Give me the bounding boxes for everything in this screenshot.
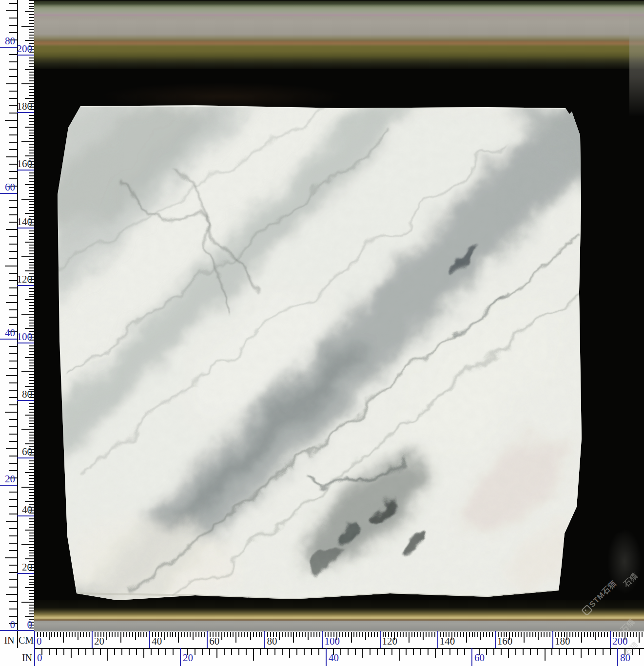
ruler-tick [253, 632, 254, 637]
ruler-tick [9, 142, 17, 143]
ruler-tick [6, 375, 17, 376]
ruler-tick [25, 11, 34, 12]
ruler-tick [29, 262, 34, 263]
ruler-tick [5, 120, 17, 121]
ruler-tick [117, 632, 118, 637]
ruler-tick [29, 75, 34, 76]
ruler-tick [227, 632, 228, 637]
ruler-tick [442, 649, 443, 655]
ruler-tick [29, 38, 34, 38]
ruler-tick [489, 632, 490, 637]
ruler-tick [29, 354, 34, 355]
ruler-tick [288, 632, 289, 637]
ruler-tick [370, 649, 371, 655]
ruler-tick [25, 69, 34, 70]
inch-mark-line [34, 648, 35, 666]
ruler-tick [371, 632, 372, 637]
ruler-tick [29, 360, 34, 361]
vertical-inch-label: 60 [0, 182, 15, 192]
ruler-tick [29, 201, 34, 202]
ruler-tick [247, 632, 248, 637]
ruler-tick [414, 632, 415, 637]
ruler-tick [493, 649, 494, 655]
ruler-tick [9, 419, 17, 420]
ruler-tick [195, 649, 195, 655]
ruler-tick [9, 463, 17, 464]
ruler-tick [107, 649, 108, 661]
ruler-tick [29, 133, 34, 133]
ruler-tick [29, 409, 34, 410]
ruler-tick [541, 632, 542, 637]
ruler-tick [29, 86, 34, 87]
ruler-tick [29, 230, 34, 231]
ruler-tick [9, 98, 17, 99]
ruler-tick [29, 267, 34, 268]
ruler-tick [6, 594, 17, 595]
ruler-tick [486, 649, 487, 655]
ruler-tick [593, 632, 594, 637]
horizontal-inch-label: 80 [620, 652, 630, 663]
ruler-tick [29, 288, 34, 289]
ruler-tick [21, 256, 34, 257]
ruler-tick [492, 632, 493, 637]
ruler-tick [29, 29, 34, 30]
ruler-tick [29, 547, 34, 548]
ruler-tick [29, 77, 34, 78]
ruler-tick [9, 3, 17, 4]
cm-mark-line [495, 631, 496, 648]
ruler-tick [201, 632, 202, 637]
horizontal-inch-label: 0 [37, 652, 42, 663]
ruler-tick [221, 632, 222, 640]
ruler-tick [9, 441, 17, 442]
calibration-bands-top [0, 0, 644, 69]
ruler-tick [374, 632, 375, 637]
ruler-tick [603, 649, 604, 655]
ruler-tick [29, 72, 34, 73]
ruler-tick [25, 242, 34, 243]
ruler-tick [60, 632, 61, 637]
ruler-tick [9, 207, 17, 208]
ruler-tick [595, 632, 596, 640]
ruler-tick [282, 632, 283, 637]
inch-mark-line [180, 648, 181, 666]
ruler-tick [598, 632, 599, 637]
ruler-tick [49, 649, 50, 655]
cm-mark-line [17, 457, 34, 458]
ruler-tick [29, 196, 34, 197]
ruler-tick [126, 632, 127, 637]
ruler-tick [483, 632, 484, 637]
ruler-tick [25, 357, 34, 358]
cm-mark-line [322, 631, 323, 648]
ruler-tick [413, 649, 414, 655]
ruler-tick [29, 150, 34, 151]
ruler-tick [9, 528, 17, 529]
ruler-tick [302, 632, 303, 637]
ruler-tick [9, 244, 17, 245]
slab-scan-viewer: STM石猫 石猫 石猫 0204060801001201401601802000… [0, 0, 644, 666]
ruler-tick [93, 649, 94, 655]
ruler-tick [29, 533, 34, 533]
ruler-tick [474, 632, 475, 637]
ruler-tick [21, 487, 34, 488]
cm-mark-line [380, 631, 381, 648]
ruler-tick [29, 63, 34, 64]
ruler-tick [348, 649, 349, 655]
ruler-tick [311, 632, 312, 637]
ruler-tick [46, 632, 47, 637]
ruler-tick [29, 0, 34, 1]
ruler-tick [25, 155, 34, 156]
ruler-tick [83, 632, 84, 637]
ruler-tick [345, 632, 346, 637]
ruler-tick [365, 632, 366, 640]
horizontal-inch-unit-label: IN [18, 652, 32, 663]
ruler-tick [9, 579, 17, 580]
ruler-tick [198, 632, 199, 637]
ruler-tick [532, 632, 533, 637]
cm-mark-line [149, 631, 150, 648]
ruler-tick [29, 418, 34, 419]
ruler-tick [63, 649, 64, 655]
ruler-tick [190, 632, 191, 637]
ruler-tick [29, 377, 34, 378]
ruler-tick [356, 632, 357, 637]
cm-mark-line [17, 112, 34, 113]
